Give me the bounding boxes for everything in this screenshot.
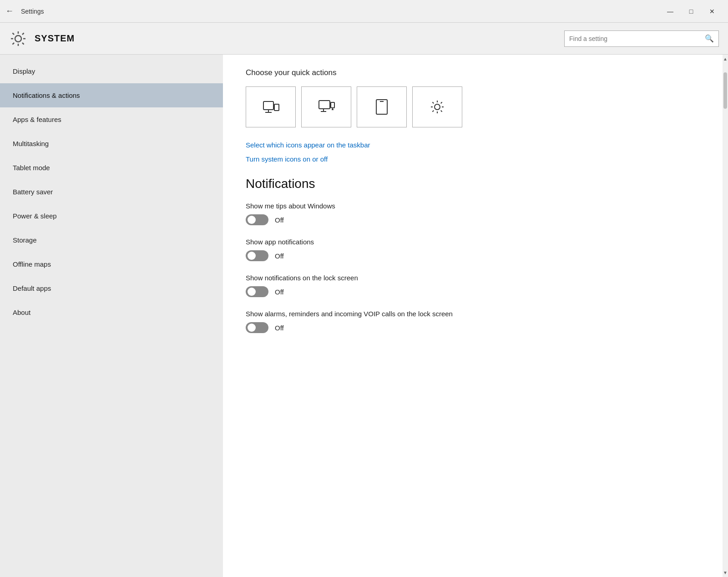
toggles-container: Show me tips about WindowsOffShow app no… [246,202,700,333]
sidebar-item-apps-features[interactable]: Apps & features [0,107,223,132]
toggle-label-alarms: Show alarms, reminders and incoming VOIP… [246,310,700,318]
display-icon [317,98,335,116]
app-header: SYSTEM 🔍 [0,23,728,55]
search-box[interactable]: 🔍 [564,30,719,47]
toggle-row-tips: Off [246,214,700,225]
sidebar-item-offline-maps[interactable]: Offline maps [0,252,223,276]
window-controls: — □ ✕ [660,4,723,19]
back-button[interactable]: ← [5,6,14,16]
toggle-item-tips: Show me tips about WindowsOff [246,202,700,225]
quick-action-display[interactable] [301,86,351,127]
quick-action-connect[interactable] [246,86,296,127]
quick-actions-row [246,86,700,127]
toggle-item-app-notifications: Show app notificationsOff [246,238,700,261]
toggle-label-app-notifications: Show app notifications [246,238,700,246]
toggle-status-app-notifications: Off [275,252,284,260]
sidebar: DisplayNotifications & actionsApps & fea… [0,55,223,577]
sidebar-item-default-apps[interactable]: Default apps [0,276,223,300]
svg-rect-1 [263,101,273,110]
toggle-switch-tips[interactable] [246,214,268,225]
svg-point-0 [15,35,21,42]
scrollbar: ▲ ▼ [723,55,728,577]
close-button[interactable]: ✕ [702,4,723,19]
header-title: SYSTEM [35,33,75,44]
toggle-switch-lock-screen[interactable] [246,286,268,297]
gear-icon [428,98,446,116]
maximize-button[interactable]: □ [681,4,702,19]
sidebar-item-display[interactable]: Display [0,59,223,83]
toggle-status-lock-screen: Off [275,288,284,296]
toggle-row-alarms: Off [246,322,700,333]
svg-rect-6 [319,101,330,109]
quick-action-tablet[interactable] [357,86,407,127]
sidebar-item-tablet-mode[interactable]: Tablet mode [0,156,223,180]
toggle-row-lock-screen: Off [246,286,700,297]
system-icons-link[interactable]: Turn system icons on or off [246,155,700,163]
toggle-status-alarms: Off [275,324,284,332]
toggle-switch-alarms[interactable] [246,322,268,333]
tablet-icon [373,98,391,116]
system-icon [9,30,27,48]
toggle-item-alarms: Show alarms, reminders and incoming VOIP… [246,310,700,333]
content-area: Choose your quick actions [223,55,723,577]
sidebar-item-about[interactable]: About [0,300,223,324]
search-input[interactable] [565,35,700,42]
scrollbar-thumb[interactable] [723,72,727,109]
toggle-item-lock-screen: Show notifications on the lock screenOff [246,274,700,297]
quick-action-settings[interactable] [412,86,462,127]
svg-rect-9 [331,102,334,108]
titlebar: ← Settings — □ ✕ [0,0,728,23]
svg-point-14 [435,104,440,110]
search-icon: 🔍 [700,34,718,43]
svg-rect-4 [274,104,279,111]
connect-icon [262,98,280,116]
toggle-status-tips: Off [275,216,284,224]
toggle-switch-app-notifications[interactable] [246,250,268,261]
app-title: Settings [21,8,44,15]
sidebar-item-notifications[interactable]: Notifications & actions [0,83,223,107]
toggle-label-tips: Show me tips about Windows [246,202,700,210]
sidebar-item-battery-saver[interactable]: Battery saver [0,180,223,204]
sidebar-item-power-sleep[interactable]: Power & sleep [0,204,223,228]
quick-actions-title: Choose your quick actions [246,68,700,77]
taskbar-icons-link[interactable]: Select which icons appear on the taskbar [246,141,700,149]
sidebar-item-storage[interactable]: Storage [0,228,223,252]
notifications-heading: Notifications [246,177,700,191]
minimize-button[interactable]: — [660,4,681,19]
toggle-row-app-notifications: Off [246,250,700,261]
main-layout: DisplayNotifications & actionsApps & fea… [0,55,728,577]
sidebar-item-multitasking[interactable]: Multitasking [0,132,223,156]
toggle-label-lock-screen: Show notifications on the lock screen [246,274,700,282]
